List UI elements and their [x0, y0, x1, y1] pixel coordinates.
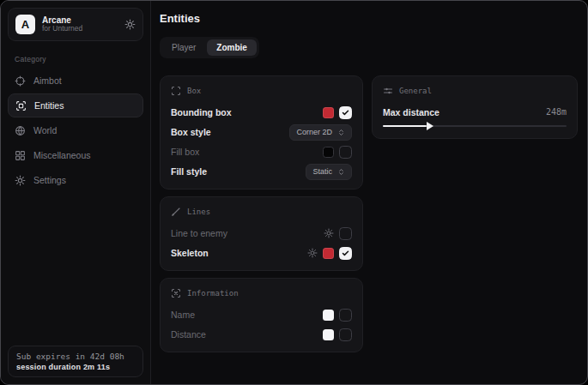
chevrons-up-down-icon — [337, 168, 345, 176]
color-swatch[interactable] — [323, 147, 334, 158]
setting-label: Bounding box — [171, 107, 232, 117]
color-swatch[interactable] — [323, 248, 334, 259]
card-title: Information — [187, 289, 239, 298]
gear-icon[interactable] — [324, 228, 334, 238]
grid-icon — [15, 150, 26, 161]
sidebar-item-label: Entities — [34, 100, 64, 111]
gear-icon[interactable] — [124, 19, 136, 30]
entities-scan-icon — [15, 100, 27, 111]
sidebar-item-label: Settings — [33, 175, 66, 185]
dropdown-value: Static — [312, 167, 332, 176]
setting-row-box-style: Box style Corner 2D — [171, 125, 352, 139]
sidebar-item-entities[interactable]: Entities — [8, 93, 143, 117]
crosshair-icon — [15, 75, 26, 87]
box-card: Box Bounding box Box style — [160, 75, 363, 189]
setting-row-skeleton: Skeleton — [171, 246, 352, 260]
setting-label: Skeleton — [171, 248, 209, 258]
slider-fill — [383, 125, 427, 127]
check-icon — [342, 109, 349, 117]
sub-expiry-text: Sub expires in 42d 08h — [16, 352, 135, 361]
sidebar-item-settings[interactable]: Settings — [8, 168, 143, 192]
setting-label: Fill box — [171, 147, 199, 157]
max-distance-value: 248m — [546, 107, 567, 117]
sidebar-item-world[interactable]: World — [8, 118, 143, 142]
fill-style-dropdown[interactable]: Static — [306, 164, 352, 180]
setting-row-distance: Distance — [171, 328, 352, 341]
sidebar-nav: Aimbot Entities World — [8, 69, 143, 192]
line-to-enemy-checkbox[interactable] — [339, 227, 352, 240]
skeleton-checkbox[interactable] — [339, 247, 352, 260]
sidebar-item-label: Miscellaneous — [33, 150, 91, 160]
gear-icon[interactable] — [307, 248, 318, 258]
general-card: General Max distance 248m — [372, 75, 578, 139]
tab-player[interactable]: Player — [162, 39, 205, 56]
color-swatch[interactable] — [323, 329, 334, 340]
box-style-dropdown[interactable]: Corner 2D — [289, 124, 352, 141]
setting-label: Fill style — [171, 166, 207, 177]
max-distance-slider[interactable] — [383, 125, 567, 127]
distance-checkbox[interactable] — [339, 328, 352, 341]
setting-label: Distance — [171, 329, 206, 340]
check-icon — [342, 250, 349, 257]
main-panel: Entities Player Zombie Box — [151, 1, 588, 384]
setting-label: Max distance — [383, 107, 439, 117]
app-logo: A — [15, 15, 35, 34]
category-label: Category — [15, 55, 143, 63]
brand-text: Arcane for Unturned — [42, 15, 118, 33]
app-window: A Arcane for Unturned Category Aimbot — [0, 0, 588, 385]
slider-thumb[interactable] — [427, 122, 433, 130]
brand-card: A Arcane for Unturned — [8, 8, 143, 41]
gear-icon — [15, 175, 26, 186]
globe-icon — [15, 125, 26, 136]
lines-card: Lines Line to enemy — [160, 196, 363, 271]
page-title: Entities — [160, 12, 578, 25]
tab-zombie[interactable]: Zombie — [207, 39, 257, 56]
app-subtitle: for Unturned — [42, 25, 118, 33]
sidebar-item-aimbot[interactable]: Aimbot — [8, 69, 143, 93]
name-checkbox[interactable] — [339, 309, 352, 322]
setting-label: Line to enemy — [171, 228, 227, 238]
dropdown-value: Corner 2D — [296, 128, 332, 136]
sidebar-item-label: Aimbot — [33, 75, 62, 86]
color-swatch[interactable] — [323, 107, 334, 118]
setting-label: Name — [171, 310, 195, 320]
chevrons-up-down-icon — [337, 129, 345, 136]
entity-tabs: Player Zombie — [160, 37, 259, 58]
information-card: Information Name Distance — [160, 278, 363, 352]
fill-box-checkbox[interactable] — [339, 146, 352, 159]
sidebar-item-miscellaneous[interactable]: Miscellaneous — [8, 143, 143, 167]
setting-label: Box style — [171, 127, 211, 137]
sliders-icon — [383, 86, 393, 96]
color-swatch[interactable] — [323, 310, 334, 321]
setting-row-bounding-box: Bounding box — [171, 105, 352, 119]
setting-row-name: Name — [171, 308, 352, 322]
session-duration-text: session duration 2m 11s — [16, 363, 135, 371]
setting-row-line-to-enemy: Line to enemy — [171, 226, 352, 240]
sidebar: A Arcane for Unturned Category Aimbot — [1, 1, 151, 384]
scan-corners-icon — [171, 86, 181, 96]
sidebar-item-label: World — [33, 125, 57, 135]
info-scan-icon — [171, 288, 181, 298]
card-title: Box — [187, 87, 201, 95]
card-title: General — [399, 87, 432, 95]
setting-row-fill-box: Fill box — [171, 145, 352, 159]
pencil-line-icon — [171, 207, 181, 217]
card-title: Lines — [187, 208, 210, 216]
bounding-box-checkbox[interactable] — [339, 106, 352, 119]
setting-row-fill-style: Fill style Static — [171, 165, 352, 178]
subscription-card: Sub expires in 42d 08h session duration … — [8, 346, 143, 377]
